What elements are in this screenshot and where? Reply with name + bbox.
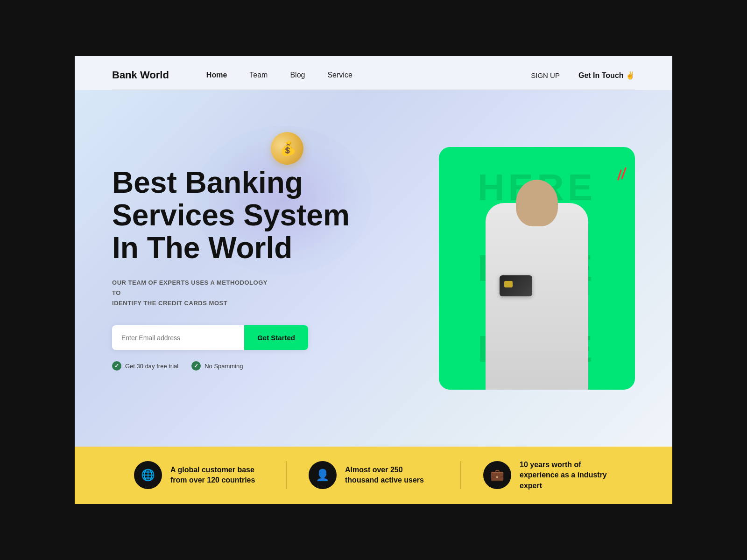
stat-text-1: Almost over 250 thousand active users xyxy=(345,465,438,486)
brand-logo[interactable]: Bank World xyxy=(112,69,169,81)
trust-badges: ✓ Get 30 day free trial ✓ No Spamming xyxy=(112,361,411,371)
badge-trial: ✓ Get 30 day free trial xyxy=(112,361,178,371)
sign-up-link[interactable]: SIGN UP xyxy=(531,71,560,79)
person-figure xyxy=(458,166,616,390)
hero-left: Best Banking Services System In The Worl… xyxy=(112,166,411,371)
badge-nospam-icon: ✓ xyxy=(191,361,201,371)
nav-home[interactable]: Home xyxy=(206,71,227,79)
email-input[interactable] xyxy=(112,326,244,350)
stat-item-1: 👤 Almost over 250 thousand active users xyxy=(287,461,460,489)
nav-service[interactable]: Service xyxy=(327,71,352,79)
get-in-touch-link[interactable]: Get In Touch ✌️ xyxy=(578,71,635,80)
hero-subtitle: OUR TEAM OF EXPERTS USES A METHODOLOGY T… xyxy=(112,278,271,308)
person-body xyxy=(486,203,588,390)
svg-line-1 xyxy=(618,170,621,180)
nav-blog[interactable]: Blog xyxy=(290,71,305,79)
email-form: Get Started xyxy=(112,325,308,350)
hero-title: Best Banking Services System In The Worl… xyxy=(112,166,374,265)
stat-item-2: 💼 10 years worth of experience as a indu… xyxy=(461,460,635,491)
spark-decoration xyxy=(612,166,635,191)
hero-image-box: HERE HERE HERE xyxy=(439,147,635,390)
coin-icon: 💰 xyxy=(267,128,307,168)
navbar: Bank World Home Team Blog Service SIGN U… xyxy=(75,56,672,81)
card-chip xyxy=(504,281,513,287)
svg-line-0 xyxy=(622,168,626,179)
badge-nospam: ✓ No Spamming xyxy=(191,361,243,371)
nav-links: Home Team Blog Service xyxy=(206,71,531,79)
stat-text-0: A global customer base from over 120 cou… xyxy=(170,465,264,486)
spark-icon xyxy=(612,166,635,189)
get-started-button[interactable]: Get Started xyxy=(244,325,308,350)
badge-trial-icon: ✓ xyxy=(112,361,121,371)
nav-right: SIGN UP Get In Touch ✌️ xyxy=(531,71,635,80)
hero-right: HERE HERE HERE xyxy=(439,147,635,390)
hero-section: 💰 Best Banking Services System In The Wo… xyxy=(75,90,672,447)
stats-bar: 🌐 A global customer base from over 120 c… xyxy=(75,447,672,504)
nav-team[interactable]: Team xyxy=(249,71,268,79)
person-head xyxy=(516,180,558,226)
stat-item-0: 🌐 A global customer base from over 120 c… xyxy=(112,461,286,489)
stat-briefcase-icon: 💼 xyxy=(483,461,511,489)
stat-text-2: 10 years worth of experience as a indust… xyxy=(520,460,613,491)
credit-card xyxy=(500,275,532,296)
coin-decoration: 💰 xyxy=(271,132,303,165)
stat-user-icon: 👤 xyxy=(309,461,337,489)
stat-globe-icon: 🌐 xyxy=(134,461,162,489)
